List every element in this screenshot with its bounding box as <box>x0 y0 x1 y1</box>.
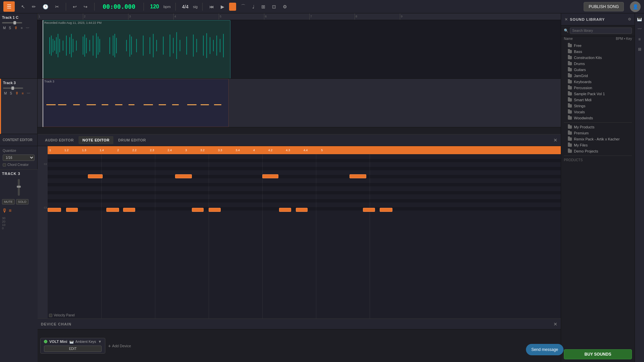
track3-midi-clip[interactable]: Track 3 <box>43 79 229 127</box>
record-button[interactable]: ● <box>229 3 236 11</box>
pr-note[interactable] <box>66 208 78 212</box>
library-item-my-products[interactable]: My Products <box>561 124 635 130</box>
track3-solo-button[interactable]: S <box>9 91 13 96</box>
pr-note[interactable] <box>209 208 221 212</box>
device-power-indicator[interactable] <box>44 340 47 343</box>
pr-note[interactable] <box>48 208 61 212</box>
pr-note[interactable] <box>123 208 135 212</box>
library-item-sample-pack[interactable]: Sample Pack Vol 1 <box>561 91 635 97</box>
pr-note[interactable] <box>106 208 119 212</box>
pr-note[interactable] <box>192 208 204 212</box>
pr-note[interactable] <box>88 174 103 178</box>
close-device-chain-button[interactable]: ✕ <box>553 321 557 327</box>
track3-mute-button[interactable]: M <box>3 91 8 96</box>
track1-volume-slider[interactable] <box>2 22 22 23</box>
library-item-label: Free <box>574 44 582 48</box>
close-editor-button[interactable]: ✕ <box>553 137 557 143</box>
edge-eq-button[interactable]: ≡ <box>636 36 643 43</box>
library-item-vocals[interactable]: Vocals <box>561 109 635 115</box>
library-item-bass[interactable]: Bass <box>561 49 635 55</box>
drum-editor-tab[interactable]: DRUM EDITOR <box>114 136 150 144</box>
add-device-button[interactable]: + Add Device <box>108 343 131 349</box>
buy-sounds-button[interactable]: BUY SOUNDS <box>564 349 632 359</box>
user-avatar[interactable]: 👤 <box>630 1 641 12</box>
edge-piano-button[interactable]: 🎹 <box>636 15 643 23</box>
send-message-button[interactable]: Send message <box>526 344 564 355</box>
library-item-percussion[interactable]: Percussion <box>561 85 635 91</box>
pr-note[interactable] <box>296 208 308 212</box>
track3-wave-button[interactable]: 〰 <box>26 91 31 96</box>
library-item-my-files[interactable]: My Files <box>561 142 635 148</box>
metronome-button[interactable]: ♩ <box>250 3 257 11</box>
pr-note[interactable] <box>262 174 278 178</box>
play-button[interactable]: ▶ <box>219 3 226 11</box>
select-tool-button[interactable]: ↖ <box>19 3 27 11</box>
piano-roll-grid[interactable]: 1 1.2 1.3 1.4 2 2.2 2.3 2.4 3 3.2 3.3 3.… <box>48 146 561 318</box>
library-item-free[interactable]: Free <box>561 43 635 49</box>
library-item-keyboards[interactable]: Keyboards <box>561 79 635 85</box>
track3-eq-button[interactable]: ≡ <box>21 91 25 96</box>
track3-eq-icon[interactable]: ≡ <box>9 208 11 214</box>
library-item-drums[interactable]: Drums <box>561 61 635 67</box>
library-item-premium[interactable]: Premium <box>561 130 635 136</box>
track3-volume-slider[interactable] <box>3 87 23 89</box>
track1-eq-button[interactable]: ≡ <box>20 26 24 30</box>
audio-editor-tab[interactable]: AUDIO EDITOR <box>41 136 78 144</box>
library-item-guitars[interactable]: Guitars <box>561 67 635 73</box>
device-edit-button[interactable]: EDIT <box>44 346 102 352</box>
track1-mute-button[interactable]: M <box>2 26 7 30</box>
pencil-tool-button[interactable]: ✏ <box>30 3 38 11</box>
library-item-strings[interactable]: Strings <box>561 103 635 109</box>
hamburger-button[interactable]: ☰ <box>3 1 15 12</box>
device-expand-icon[interactable]: ▼ <box>98 340 102 344</box>
pr-note[interactable] <box>380 208 392 212</box>
library-item-remix-pack[interactable]: Remix Pack - Artik x Kacher <box>561 136 635 142</box>
velocity-panel-checkbox[interactable] <box>49 314 52 317</box>
library-item-jamgrid[interactable]: JamGrid <box>561 73 635 79</box>
pr-note[interactable] <box>279 208 291 212</box>
chord-creator-checkbox[interactable] <box>3 163 6 167</box>
ruler-mark-5: 5 <box>219 13 221 20</box>
track1-wave-button[interactable]: 〰 <box>25 26 30 30</box>
pr-note[interactable] <box>363 208 375 212</box>
track1-solo-button[interactable]: S <box>8 26 12 30</box>
library-item-woodwinds[interactable]: Woodwinds <box>561 115 635 121</box>
tools-button[interactable]: ⚙ <box>281 3 289 11</box>
track1-lane[interactable]: Recorded Audio Aug 11, 2023, 1:44:22 PM <box>38 20 561 79</box>
library-item-demo-projects[interactable]: Demo Projects <box>561 148 635 154</box>
snap-button[interactable]: ⊞ <box>259 3 267 11</box>
note-editor-tab[interactable]: NOTE EDITOR <box>78 136 113 144</box>
separator-4 <box>175 3 176 11</box>
track3-mute-bottom-button[interactable]: MUTE <box>2 199 15 204</box>
track3-lane[interactable]: Track 3 <box>38 79 561 127</box>
ruler-mark-7: 7 <box>309 13 312 20</box>
track1-audio-clip[interactable]: Recorded Audio Aug 11, 2023, 1:44:22 PM <box>43 20 230 79</box>
track3-arm-button[interactable]: 🎙 <box>14 91 20 96</box>
edge-wave-button[interactable]: 〰 <box>636 25 643 33</box>
sound-library-close-icon[interactable]: ✕ <box>565 17 568 22</box>
quantize-select[interactable]: 1/161/81/4 <box>3 155 35 161</box>
library-item-smart-midi[interactable]: Smart Midi <box>561 97 635 103</box>
edge-grid-button[interactable]: ⊞ <box>636 46 643 53</box>
time-signature-display: 4/4 <box>182 4 189 9</box>
track3-mic-icon[interactable]: 🎙 <box>2 208 7 214</box>
c2-label: C2 <box>44 163 47 165</box>
track3-fader[interactable] <box>18 179 20 196</box>
library-search-input[interactable] <box>570 27 632 34</box>
pr-note[interactable] <box>350 174 366 178</box>
track3-solo-bottom-button[interactable]: SOLO <box>16 199 29 204</box>
pr-note[interactable] <box>175 174 192 178</box>
redo-button[interactable]: ↪ <box>82 3 90 11</box>
clock-icon[interactable]: 🕐 <box>41 3 50 11</box>
rewind-button[interactable]: ⏮ <box>207 3 216 11</box>
track1-arm-button[interactable]: 🎙 <box>13 25 19 30</box>
quantize-button[interactable]: ⊡ <box>270 3 278 11</box>
library-item-construction-kits[interactable]: Construction Kits <box>561 55 635 61</box>
undo-button[interactable]: ↩ <box>71 3 79 11</box>
loop-button[interactable]: ⌒ <box>239 2 248 11</box>
cut-button[interactable]: ✂ <box>53 3 61 11</box>
grid-vline <box>316 154 316 318</box>
pr-bar-8: 2.4 <box>168 148 172 152</box>
sound-library-settings-icon[interactable]: ⚙ <box>628 17 631 21</box>
publish-song-button[interactable]: PUBLISH SONG <box>584 2 624 11</box>
